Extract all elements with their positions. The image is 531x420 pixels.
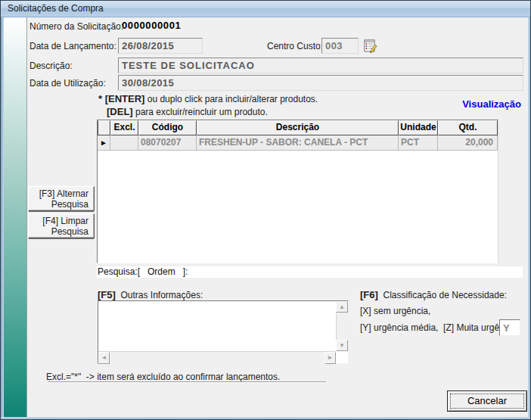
outras-informacoes-textarea[interactable]: ▲ ▼ ◄ ► bbox=[98, 300, 349, 364]
purchase-request-window: Solicitações de Compra Número da Solicit… bbox=[0, 0, 531, 420]
grid-header-unidade[interactable]: Unidade bbox=[399, 120, 438, 135]
instruction-del-key: [DEL] bbox=[107, 106, 133, 117]
data-utilizacao-label: Data de Utilização: bbox=[30, 78, 106, 89]
scroll-down-icon[interactable]: ▼ bbox=[336, 340, 348, 351]
f6-option-yz: [Y] urgência média, [Z] Muita urgência: bbox=[360, 322, 518, 333]
descricao-field[interactable]: TESTE DE SOLICITACAO bbox=[118, 58, 523, 73]
f3-button-line2: Pesquisa bbox=[29, 199, 88, 210]
f5-key: [F5] bbox=[98, 289, 116, 300]
f6-label-text: Classificação de Necessidade: bbox=[378, 290, 507, 300]
lookup-notepad-icon bbox=[362, 38, 378, 54]
f6-label: [F6] Classificação de Necessidade: bbox=[360, 289, 507, 300]
scroll-up-icon[interactable]: ▲ bbox=[336, 301, 348, 313]
row-cell-qtd[interactable]: 20,000 bbox=[438, 135, 498, 151]
memo-text-area[interactable] bbox=[99, 302, 335, 350]
window-border-right bbox=[528, 17, 531, 418]
grid-header-codigo[interactable]: Código bbox=[138, 120, 197, 135]
numero-solicitacao-label: Número da Solicitação: bbox=[30, 21, 123, 32]
instruction-del-text: para excluir/reincluir um produto. bbox=[133, 107, 268, 117]
centro-custo-label: Centro Custo: bbox=[267, 41, 323, 51]
grid-header-row: Excl. Código Descrição Unidade Qtd. bbox=[98, 120, 498, 135]
scroll-left-icon[interactable]: ◄ bbox=[98, 352, 110, 364]
f4-button-line1: [F4] Limpar bbox=[29, 216, 88, 226]
centro-custo-lookup-icon[interactable] bbox=[362, 38, 378, 54]
data-lancamento-field[interactable]: 26/08/2015 bbox=[118, 38, 203, 54]
data-lancamento-label: Data de Lançamento: bbox=[30, 41, 116, 51]
row-cell-unidade[interactable]: PCT bbox=[399, 135, 438, 151]
classificacao-input[interactable] bbox=[499, 319, 520, 336]
grid-header-excl[interactable]: Excl. bbox=[110, 120, 138, 135]
f5-label: [F5] Outras Informações: bbox=[98, 289, 203, 300]
instruction-star: * bbox=[98, 93, 105, 104]
cancel-button[interactable]: Cancelar bbox=[447, 390, 527, 412]
f5-label-text: Outras Informações: bbox=[116, 290, 203, 300]
instruction-enter-key: [ENTER] bbox=[105, 93, 145, 104]
row-indicator-icon: ► bbox=[98, 135, 110, 151]
row-cell-excl[interactable] bbox=[110, 135, 138, 151]
f3-alternar-pesquisa-button[interactable]: [F3] Alternar Pesquisa bbox=[28, 186, 95, 211]
products-grid[interactable]: Excl. Código Descrição Unidade Qtd. ► 08… bbox=[97, 120, 498, 263]
excl-footer-note: Excl.="*" -> item será excluído ao confi… bbox=[46, 372, 280, 382]
grid-header-indicator bbox=[98, 120, 110, 135]
teal-gradient-strip bbox=[4, 17, 27, 417]
data-utilizacao-field[interactable]: 30/08/2015 bbox=[118, 75, 523, 91]
f4-button-line2: Pesquisa bbox=[29, 226, 88, 237]
visualizacao-link[interactable]: Visualização bbox=[446, 98, 521, 110]
centro-custo-field[interactable]: 003 bbox=[321, 38, 359, 54]
grid-header-descricao[interactable]: Descrição bbox=[197, 120, 399, 135]
grid-data-row[interactable]: ► 08070207 FRESHEN-UP - SABOR: CANELA - … bbox=[98, 135, 498, 151]
footer-divider bbox=[48, 381, 326, 383]
row-cell-codigo[interactable]: 08070207 bbox=[138, 135, 197, 151]
numero-solicitacao-value: 0000000001 bbox=[122, 20, 181, 31]
instruction-del: [DEL] para excluir/reincluir um produto. bbox=[107, 106, 268, 117]
instruction-enter-text: ou duplo click para incluir/alterar prod… bbox=[144, 94, 318, 104]
f4-limpar-pesquisa-button[interactable]: [F4] Limpar Pesquisa bbox=[28, 213, 95, 238]
f3-button-line1: [F3] Alternar bbox=[29, 188, 88, 199]
scroll-right-icon[interactable]: ► bbox=[324, 352, 336, 364]
memo-vertical-scrollbar[interactable]: ▲ ▼ bbox=[336, 301, 348, 351]
memo-horizontal-scrollbar[interactable]: ◄ ► bbox=[98, 351, 336, 363]
instruction-enter: * [ENTER] ou duplo click para incluir/al… bbox=[98, 93, 318, 104]
row-cell-descricao[interactable]: FRESHEN-UP - SABOR: CANELA - PCT bbox=[197, 135, 399, 151]
f6-key: [F6] bbox=[360, 289, 378, 300]
titlebar[interactable]: Solicitações de Compra bbox=[1, 1, 531, 17]
pesquisa-status-bar: Pesquisa:[ Ordem ]: bbox=[97, 266, 523, 278]
grid-header-qtd[interactable]: Qtd. bbox=[438, 120, 498, 135]
window-border-bottom bbox=[1, 417, 531, 420]
descricao-label: Descrição: bbox=[30, 61, 73, 71]
window-title: Solicitações de Compra bbox=[8, 3, 104, 14]
f6-option-x: [X] sem urgência, bbox=[360, 306, 430, 316]
